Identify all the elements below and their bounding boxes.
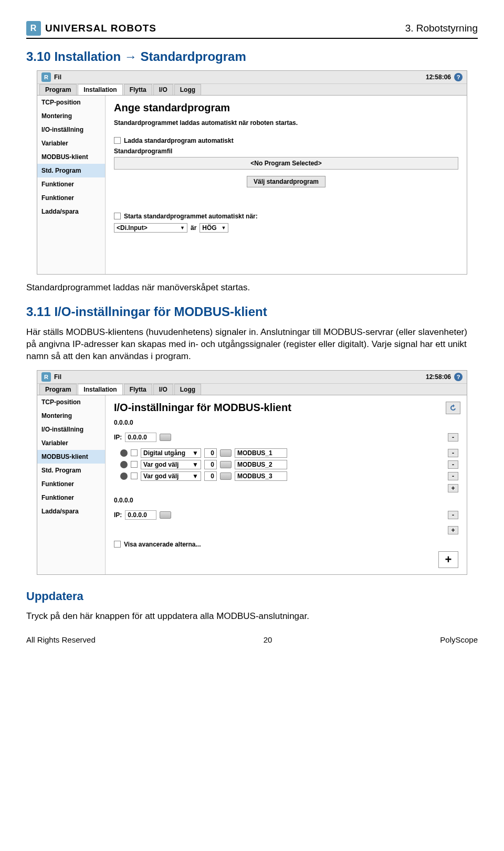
sidebar-item-stdprog[interactable]: Std. Program xyxy=(37,464,105,477)
sidebar: TCP-position Montering I/O-inställning V… xyxy=(37,96,106,274)
sidebar-item-io[interactable]: I/O-inställning xyxy=(37,123,105,136)
sidebar-item-func2[interactable]: Funktioner xyxy=(37,191,105,205)
signal-type-select[interactable]: Digital utgång▼ xyxy=(141,448,201,458)
signal-name[interactable]: MODBUS_3 xyxy=(235,471,287,481)
tab-io[interactable]: I/O xyxy=(153,84,173,95)
std-file-label: Standardprogramfil xyxy=(114,148,458,155)
sidebar-item-loadsave[interactable]: Ladda/spara xyxy=(37,205,105,218)
tab-installation[interactable]: Installation xyxy=(78,384,122,395)
section-310-body: Standardprogrammet laddas när manöverskå… xyxy=(26,282,478,294)
sidebar-item-io[interactable]: I/O-inställning xyxy=(37,423,105,436)
sidebar-item-tcp[interactable]: TCP-position xyxy=(37,395,105,409)
ip-input[interactable]: 0.0.0.0 xyxy=(125,433,156,442)
ip-input[interactable]: 0.0.0.0 xyxy=(125,510,156,520)
signal-type-select[interactable]: Var god välj▼ xyxy=(141,471,201,481)
sidebar-item-loadsave[interactable]: Ladda/spara xyxy=(37,505,105,518)
menu-fil[interactable]: Fil xyxy=(54,373,61,381)
sidebar: TCP-position Montering I/O-inställning V… xyxy=(37,395,106,574)
sidebar-item-modbus[interactable]: MODBUS-klient xyxy=(37,150,105,164)
keyboard-icon[interactable] xyxy=(220,461,232,468)
add-unit-button[interactable]: + xyxy=(438,551,458,568)
brand-text: UNIVERSAL ROBOTS xyxy=(45,23,156,34)
ip-label: IP: xyxy=(114,434,122,441)
sidebar-item-mounting[interactable]: Montering xyxy=(37,409,105,423)
remove-signal-button[interactable]: - xyxy=(448,449,458,457)
sidebar-item-modbus[interactable]: MODBUS-klient xyxy=(37,450,105,464)
signal-name[interactable]: MODBUS_2 xyxy=(235,460,287,469)
signal-addr[interactable]: 0 xyxy=(204,460,217,469)
sidebar-item-func1[interactable]: Funktioner xyxy=(37,477,105,491)
brand-logo-icon: R xyxy=(26,21,41,36)
brand: R UNIVERSAL ROBOTS xyxy=(26,21,156,36)
help-icon[interactable]: ? xyxy=(454,73,463,81)
sidebar-item-mounting[interactable]: Montering xyxy=(37,109,105,123)
remove-signal-button[interactable]: - xyxy=(448,460,458,469)
checkbox-advanced[interactable] xyxy=(114,541,121,548)
sidebar-item-stdprog[interactable]: Std. Program xyxy=(37,164,105,177)
clock: 12:58:06 xyxy=(426,373,451,381)
add-signal-button[interactable]: + xyxy=(448,484,458,492)
help-icon[interactable]: ? xyxy=(454,373,463,381)
refresh-icon xyxy=(449,404,457,412)
tab-io[interactable]: I/O xyxy=(153,384,173,395)
checkbox-auto-load-label: Ladda standardprogram automatiskt xyxy=(124,137,234,144)
sidebar-item-func2[interactable]: Funktioner xyxy=(37,491,105,505)
signal-name[interactable]: MODBUS_1 xyxy=(235,448,287,458)
signal-type-select[interactable]: Var god välj▼ xyxy=(141,460,201,469)
chapter-label: 3. Robotstyrning xyxy=(405,23,478,34)
robot-icon: R xyxy=(41,72,51,82)
sub-heading-uppdatera: Uppdatera xyxy=(26,590,478,603)
remove-unit-button[interactable]: - xyxy=(448,433,458,442)
keyboard-icon[interactable] xyxy=(160,434,171,441)
section-title-310: 3.10 Installation → Standardprogram xyxy=(26,49,478,64)
checkbox-advanced-label: Visa avancerade alterna... xyxy=(124,541,201,548)
app-window-modbus: RFil 12:58:06? Program Installation Flyt… xyxy=(37,370,467,575)
keyboard-icon[interactable] xyxy=(220,472,232,480)
level-select[interactable]: HÖG▼ xyxy=(200,223,228,233)
add-signal-button[interactable]: + xyxy=(448,526,458,534)
chevron-down-icon: ▼ xyxy=(192,449,198,457)
panel-desc: Standardprogrammet laddas automatiskt nä… xyxy=(114,119,458,128)
keyboard-icon[interactable] xyxy=(220,449,232,457)
tab-logg[interactable]: Logg xyxy=(174,84,201,95)
status-dot-icon xyxy=(120,449,128,457)
panel-heading-stdprog: Ange standardprogram xyxy=(114,102,458,114)
signal-checkbox[interactable] xyxy=(131,449,138,456)
sidebar-item-tcp[interactable]: TCP-position xyxy=(37,96,105,109)
ip-group-label-2: 0.0.0.0 xyxy=(114,497,458,504)
tab-logg[interactable]: Logg xyxy=(174,384,201,395)
refresh-button[interactable] xyxy=(446,402,460,414)
checkbox-auto-start[interactable] xyxy=(114,213,121,219)
sidebar-item-vars[interactable]: Variabler xyxy=(37,136,105,150)
chevron-down-icon: ▼ xyxy=(180,225,185,230)
checkbox-auto-load[interactable] xyxy=(114,137,121,144)
signal-checkbox[interactable] xyxy=(131,472,138,479)
status-dot-icon xyxy=(120,472,128,480)
checkbox-auto-start-label: Starta standardprogrammet automatiskt nä… xyxy=(124,213,258,220)
panel-heading-modbus: I/O-inställningar för MODBUS-klient xyxy=(114,402,458,414)
chevron-down-icon: ▼ xyxy=(221,225,226,230)
std-file-value: <No Program Selected> xyxy=(114,157,458,170)
tab-program[interactable]: Program xyxy=(39,84,77,95)
menu-fil[interactable]: Fil xyxy=(54,73,61,81)
remove-signal-button[interactable]: - xyxy=(448,472,458,480)
chevron-down-icon: ▼ xyxy=(192,461,198,468)
tab-program[interactable]: Program xyxy=(39,384,77,395)
tab-installation[interactable]: Installation xyxy=(78,84,122,95)
tab-flytta[interactable]: Flytta xyxy=(124,384,152,395)
keyboard-icon[interactable] xyxy=(160,511,171,519)
sidebar-item-vars[interactable]: Variabler xyxy=(37,436,105,450)
doc-footer: All Rights Reserved 20 PolyScope xyxy=(26,635,478,644)
input-signal-select[interactable]: <Di.Input>▼ xyxy=(114,223,187,233)
doc-header: R UNIVERSAL ROBOTS 3. Robotstyrning xyxy=(26,21,478,39)
footer-right: PolyScope xyxy=(440,635,478,644)
clock: 12:58:06 xyxy=(426,73,451,81)
signal-checkbox[interactable] xyxy=(131,461,138,468)
tab-flytta[interactable]: Flytta xyxy=(124,84,152,95)
signal-addr[interactable]: 0 xyxy=(204,471,217,481)
remove-unit-button[interactable]: - xyxy=(448,511,458,519)
sidebar-item-func1[interactable]: Funktioner xyxy=(37,177,105,191)
section-311-body: Här ställs MODBUS-klientens (huvudenhete… xyxy=(26,327,478,363)
choose-std-button[interactable]: Välj standardprogram xyxy=(247,176,326,187)
signal-addr[interactable]: 0 xyxy=(204,448,217,458)
